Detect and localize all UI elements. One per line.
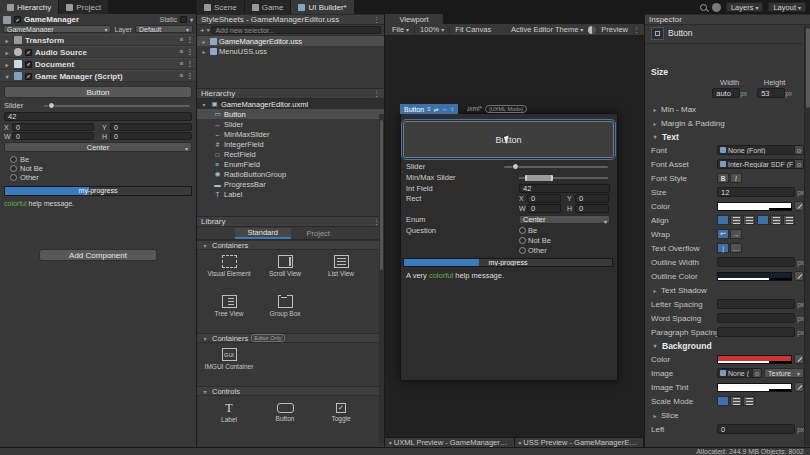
tab-project[interactable]: Project [59, 0, 109, 14]
library-tile-imgui-container[interactable]: GUI IMGUI Container [201, 346, 257, 386]
tab-standard[interactable]: Standard [235, 228, 291, 239]
tree-item-label[interactable]: TLabel [197, 189, 384, 199]
eyedropper-icon[interactable] [794, 354, 804, 364]
object-picker-icon[interactable]: ⊙ [752, 369, 761, 378]
radio-option-other[interactable]: Other [10, 173, 186, 181]
font-object-field[interactable]: None (Font) ⊙ [717, 145, 804, 155]
library-tile-visual-element[interactable]: Visual Element [201, 253, 257, 293]
canvas[interactable]: Button ≡ ⇄ ↔ ↕ GameManagerEditor.uxml* (… [400, 113, 618, 381]
uxml-preview-header[interactable]: ▾ UXML Preview - GameManagerEditor.uxml* [385, 438, 515, 447]
w-field[interactable]: 0 [12, 132, 94, 140]
image-tint-swatch[interactable] [717, 383, 792, 392]
tree-item-radiobuttongroup[interactable]: ◉RadioButtonGroup [197, 169, 384, 179]
wrap-off-button[interactable]: → [730, 229, 742, 239]
stretch-horizontal-icon[interactable]: ↔ [442, 106, 448, 112]
rect-y-field[interactable]: 0 [575, 194, 609, 203]
eyedropper-icon[interactable] [794, 271, 804, 281]
inspector-scrollbar[interactable] [804, 26, 810, 446]
height-field[interactable]: 53 [757, 88, 785, 98]
section-size[interactable]: Size [645, 65, 810, 78]
component-header-document[interactable]: ▸ ✓ Document ≡⋮ [0, 58, 196, 70]
section-text[interactable]: ▾Text [645, 130, 810, 143]
pane-menu-icon[interactable]: ⋮ [373, 90, 380, 98]
stylesheet-item-gamemanagereditor[interactable]: ▸ GameManagerEditor.uss [197, 36, 384, 46]
eyedropper-icon[interactable] [794, 201, 804, 211]
tab-ui-builder[interactable]: UI Builder* [291, 0, 354, 14]
int-field[interactable]: 42 [519, 184, 610, 193]
file-menu[interactable]: File▾ [389, 24, 412, 36]
align-middle-button[interactable] [770, 215, 782, 225]
component-header-transform[interactable]: ▸ Transform ≡⋮ [0, 34, 196, 46]
static-dropdown-icon[interactable]: ▾ [190, 16, 193, 23]
active-checkbox[interactable]: ✓ [14, 16, 21, 23]
text-color-swatch[interactable] [717, 202, 792, 211]
zoom-dropdown[interactable]: 100%▾ [417, 24, 447, 36]
slider-handle[interactable] [512, 163, 519, 170]
int-field[interactable]: 42 [4, 112, 192, 121]
radio-option-not-be[interactable]: Not Be [10, 164, 186, 172]
overflow-ellipsis-button[interactable]: … [730, 243, 742, 253]
builder-scrollbar[interactable] [379, 114, 384, 443]
outline-width-field[interactable] [717, 257, 795, 267]
library-tile-list-view[interactable]: List View [313, 253, 369, 293]
layer-dropdown[interactable]: Default▾ [135, 25, 193, 33]
section-containers[interactable]: ▾ Containers [197, 240, 384, 250]
section-containers-editor-only[interactable]: ▾ Containers Editor Only [197, 333, 384, 343]
letter-spacing-field[interactable] [717, 299, 795, 309]
align-right-button[interactable] [743, 215, 755, 225]
tab-scene[interactable]: Scene [197, 0, 245, 14]
preview-toggle[interactable]: Preview [598, 24, 631, 36]
pane-menu-icon[interactable]: ⋮ [373, 16, 380, 24]
rect-x-field[interactable]: 0 [527, 194, 561, 203]
search-icon[interactable] [700, 4, 707, 11]
scrollbar-thumb[interactable] [380, 120, 383, 270]
tree-item-enumfield[interactable]: ≡EnumField [197, 159, 384, 169]
account-icon[interactable] [712, 3, 721, 12]
static-checkbox[interactable] [180, 16, 187, 23]
minmax-slider-track[interactable] [519, 177, 608, 179]
h-field[interactable]: 0 [110, 132, 192, 140]
tree-item-slider[interactable]: ↔Slider [197, 119, 384, 129]
preset-icon[interactable]: ≡ [180, 36, 184, 44]
layers-dropdown[interactable]: Layers▾ [726, 2, 764, 12]
align-center-button[interactable] [730, 215, 742, 225]
slider-track[interactable] [504, 166, 608, 168]
preset-icon[interactable]: ≡ [180, 72, 184, 80]
background-color-swatch[interactable] [717, 355, 792, 364]
component-header-game-manager-script[interactable]: ▾ ✓ Game Manager (Script) ≡⋮ [0, 70, 196, 82]
component-enabled-checkbox[interactable]: ✓ [25, 73, 32, 80]
minmax-slider-handle[interactable] [525, 175, 553, 181]
foldout-icon[interactable]: ▾ [200, 101, 208, 108]
tab-hierarchy[interactable]: Hierarchy [0, 0, 59, 14]
component-header-audio-source[interactable]: ▸ ✓ Audio Source ≡⋮ [0, 46, 196, 58]
theme-dropdown[interactable]: Active Editor Theme▾ [508, 24, 586, 36]
wrap-on-button[interactable]: ↩ [717, 229, 729, 239]
context-menu-icon[interactable]: ⋮ [187, 72, 194, 80]
add-icon[interactable]: + [200, 26, 205, 35]
context-menu-icon[interactable]: ⋮ [187, 36, 194, 44]
eyedropper-icon[interactable] [794, 382, 804, 392]
tab-game[interactable]: Game [245, 0, 292, 14]
tree-item-minmaxslider[interactable]: ⇔MinMaxSlider [197, 129, 384, 139]
component-enabled-checkbox[interactable]: ✓ [25, 61, 32, 68]
library-tile-label[interactable]: T Label [201, 399, 257, 439]
y-field[interactable]: 0 [110, 123, 192, 131]
align-icon[interactable]: ≡ [427, 106, 431, 112]
uxml-root-item[interactable]: ▾ ▣ GameManagerEditor.uxml [197, 99, 384, 109]
slice-left-field[interactable]: 0 [717, 424, 795, 434]
scrollbar-thumb[interactable] [806, 28, 810, 108]
tree-item-button[interactable]: ▭Button [197, 109, 384, 119]
radio-option-be[interactable]: Be [519, 226, 610, 235]
overflow-clip-button[interactable]: | [717, 243, 729, 253]
tree-item-integerfield[interactable]: #IntegerField [197, 139, 384, 149]
tab-project[interactable]: Project [291, 228, 347, 239]
uss-preview-header[interactable]: ▾ USS Preview - GameManagerEditor.uss [515, 438, 645, 447]
tree-item-progressbar[interactable]: ▬ProgressBar [197, 179, 384, 189]
background-image-object-field[interactable]: None ( ⊙ [717, 368, 762, 378]
object-picker-icon[interactable]: ⊙ [794, 160, 803, 169]
radio-option-other[interactable]: Other [519, 246, 610, 255]
x-field[interactable]: 0 [12, 123, 94, 131]
library-tile-button[interactable]: Button [257, 399, 313, 439]
layout-dropdown[interactable]: Layout▾ [768, 2, 806, 12]
slider-handle[interactable] [48, 102, 55, 109]
